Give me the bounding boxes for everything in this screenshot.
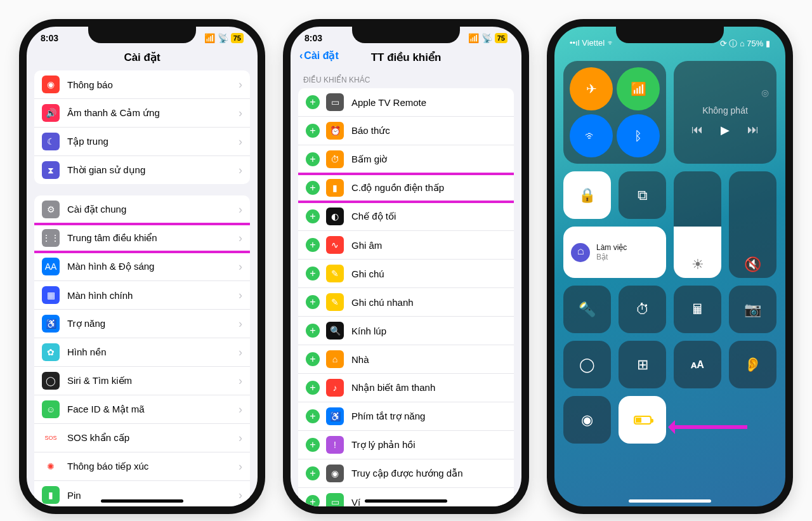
chevron-icon: › [239, 489, 242, 502]
timer-button[interactable]: ⏱ [619, 286, 666, 333]
cellular-toggle[interactable]: 📶 [617, 67, 660, 110]
add-button[interactable]: + [306, 181, 320, 195]
add-button[interactable]: + [306, 409, 320, 423]
screen-record-button[interactable]: ◉ [563, 396, 611, 444]
settings-row[interactable]: +♿Phím tắt trợ năng [298, 402, 514, 431]
focus-button[interactable]: ☖ Làm việcBật [563, 227, 666, 278]
settings-row[interactable]: +♪Nhận biết âm thanh [298, 374, 514, 402]
settings-row[interactable]: ✿Hình nền› [34, 338, 250, 367]
phone-control-center: ••ıl Viettel ᯤ ⟳ ⓘ ⌂ 75% ▮ ✈ 📶 ᯤ ᛒ ◎ Khô… [547, 19, 793, 514]
settings-row[interactable]: ▮Pin› [34, 481, 250, 510]
settings-row[interactable]: +✎Ghi chú [298, 260, 514, 288]
add-button[interactable]: + [306, 466, 320, 480]
settings-row[interactable]: +✎Ghi chú nhanh [298, 288, 514, 317]
settings-row[interactable]: ✺Thông báo tiếp xúc› [34, 452, 250, 481]
row-icon: ▦ [42, 286, 60, 304]
settings-row[interactable]: +⏰Báo thức [298, 117, 514, 145]
settings-row[interactable]: ☺Face ID & Mật mã› [34, 395, 250, 424]
shazam-button[interactable]: ◯ [563, 341, 611, 388]
row-label: Ví [351, 497, 360, 508]
text-size-button[interactable]: ᴀA [674, 341, 721, 388]
highlight-arrow [671, 425, 747, 429]
home-indicator[interactable] [365, 499, 447, 503]
settings-row[interactable]: ⧗Thời gian sử dụng› [34, 156, 250, 184]
calculator-button[interactable]: 🖩 [674, 286, 721, 333]
settings-row[interactable]: ◉Thông báo› [34, 70, 250, 99]
home-indicator[interactable] [629, 499, 711, 503]
add-button[interactable]: + [306, 438, 320, 452]
row-icon: ⚙ [42, 201, 60, 218]
settings-row[interactable]: +⌂Nhà [298, 345, 514, 374]
settings-row[interactable]: ⋮⋮Trung tâm điều khiển› [34, 224, 250, 253]
row-icon: ✿ [42, 343, 60, 361]
settings-row[interactable]: AAMàn hình & Độ sáng› [34, 253, 250, 281]
row-icon: ⌂ [326, 350, 344, 368]
brightness-slider[interactable]: ☀ [674, 171, 721, 278]
add-button[interactable]: + [306, 152, 320, 166]
row-label: Màn hình chính [67, 290, 133, 301]
bluetooth-toggle[interactable]: ᛒ [617, 114, 660, 157]
row-icon: SOS [42, 429, 60, 447]
section-header: ĐIỀU KHIỂN KHÁC [291, 70, 521, 88]
hearing-button[interactable]: 👂 [729, 341, 776, 388]
settings-row[interactable]: +🔍Kính lúp [298, 317, 514, 345]
row-icon: ▭ [326, 493, 344, 511]
qr-code-button[interactable]: ⊞ [619, 341, 666, 388]
wifi-toggle[interactable]: ᯤ [570, 114, 613, 157]
add-button[interactable]: + [306, 267, 320, 280]
settings-row[interactable]: +⏱Bấm giờ [298, 145, 514, 174]
add-button[interactable]: + [306, 95, 320, 109]
settings-row[interactable]: +◉Truy cập được hướng dẫn [298, 459, 514, 488]
row-icon: ⋮⋮ [42, 229, 60, 247]
connectivity-module[interactable]: ✈ 📶 ᯤ ᛒ [563, 61, 666, 164]
row-icon: ◯ [42, 372, 60, 390]
row-label: Apple TV Remote [351, 97, 426, 108]
settings-row[interactable]: ▦Màn hình chính› [34, 281, 250, 310]
settings-row[interactable]: SOSSOS khẩn cấp› [34, 424, 250, 452]
low-power-mode-button[interactable] [619, 396, 666, 444]
camera-button[interactable]: 📷 [729, 286, 776, 333]
settings-row[interactable]: ⚙Cài đặt chung› [34, 195, 250, 224]
battery-pill: 75 [495, 33, 508, 43]
settings-row[interactable]: ♿Trợ năng› [34, 310, 250, 338]
add-button[interactable]: + [306, 295, 320, 309]
settings-row[interactable]: ☾Tập trung› [34, 128, 250, 156]
more-controls-list: +▭Apple TV Remote+⏰Báo thức+⏱Bấm giờ+▮C.… [298, 88, 514, 514]
volume-slider[interactable]: 🔇 [729, 171, 776, 278]
add-button[interactable]: + [306, 381, 320, 395]
add-button[interactable]: + [306, 324, 320, 338]
screen-mirroring-button[interactable]: ⧉ [619, 171, 666, 219]
play-button[interactable]: ▶ [721, 123, 730, 137]
airplay-icon[interactable]: ◎ [761, 88, 776, 98]
battery-label: ⟳ ⓘ ⌂ 75% ▮ [720, 38, 770, 49]
home-indicator[interactable] [101, 499, 183, 503]
media-module[interactable]: ◎ Không phát ⏮ ▶ ⏭ [674, 61, 776, 164]
next-button[interactable]: ⏭ [747, 123, 759, 137]
settings-row[interactable]: +∿Ghi âm [298, 231, 514, 260]
add-button[interactable]: + [306, 238, 320, 252]
airplane-toggle[interactable]: ✈ [570, 67, 613, 110]
row-label: Phím tắt trợ năng [351, 411, 425, 422]
add-button[interactable]: + [306, 495, 320, 509]
add-button[interactable]: + [306, 209, 320, 223]
row-label: Tập trung [67, 136, 108, 147]
settings-row[interactable]: +▭Apple TV Remote [298, 88, 514, 117]
rotation-lock-button[interactable]: 🔒 [563, 171, 611, 219]
settings-row[interactable]: ✋Quyền riêng tư & Bảo mật› [34, 510, 250, 514]
settings-row[interactable]: +▮C.độ nguồn điện thấp [298, 174, 514, 202]
settings-row[interactable]: ◯Siri & Tìm kiếm› [34, 367, 250, 395]
add-button[interactable]: + [306, 352, 320, 366]
chevron-icon: › [239, 107, 242, 120]
flashlight-button[interactable]: 🔦 [563, 286, 611, 333]
focus-icon: ☖ [571, 243, 590, 262]
chevron-icon: › [239, 232, 242, 245]
back-button[interactable]: ‹ Cài đặt [299, 49, 339, 62]
row-icon: ☺ [42, 400, 60, 418]
row-icon: ⧗ [42, 161, 60, 179]
settings-row[interactable]: +!Trợ lý phản hồi [298, 431, 514, 459]
settings-row[interactable]: 🔊Âm thanh & Cảm ứng› [34, 99, 250, 128]
prev-button[interactable]: ⏮ [691, 123, 703, 137]
row-icon: ✎ [326, 265, 344, 282]
add-button[interactable]: + [306, 124, 320, 138]
settings-row[interactable]: +◐Chế độ tối [298, 202, 514, 231]
